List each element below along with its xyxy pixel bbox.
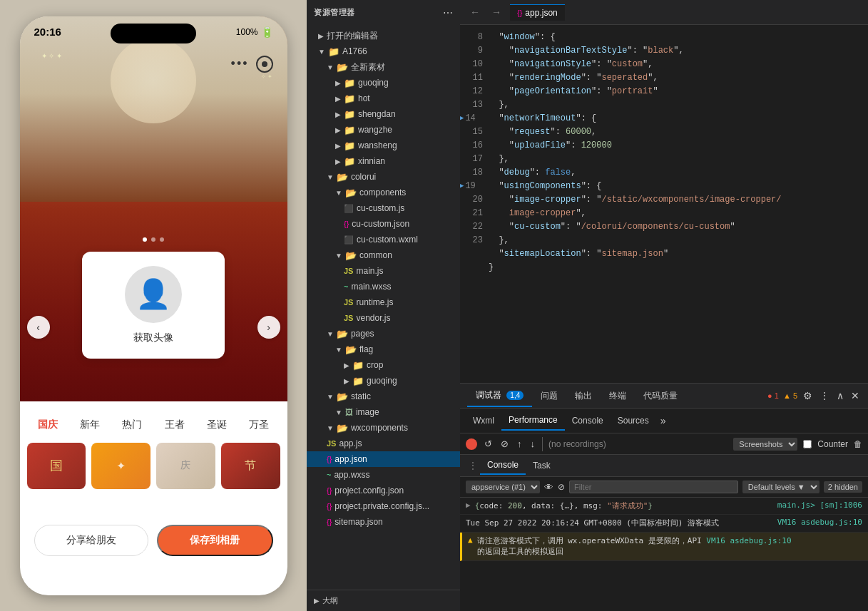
cat-tab-hot[interactable]: 热门	[121, 416, 143, 434]
settings-icon[interactable]: ⚙	[802, 389, 814, 403]
folder-guoqing[interactable]: ▶ 📁 guoqing	[307, 75, 460, 91]
expand-icon[interactable]: ▶	[466, 500, 471, 510]
thumb-1[interactable]: 国	[27, 443, 86, 489]
folder-xinnian[interactable]: ▶ 📁 xinnian	[307, 153, 460, 169]
folder-static[interactable]: ▼ 📂 static	[307, 389, 460, 404]
file-cu-custom-json[interactable]: {} cu-custom.json	[307, 216, 460, 232]
cat-tab-wangzhe[interactable]: 王者	[163, 416, 186, 434]
file-sitemap[interactable]: {} sitemap.json	[307, 514, 460, 530]
more-options-icon[interactable]: ⋯	[443, 7, 453, 19]
upload-icon[interactable]: ↑	[516, 437, 524, 451]
cat-tab-wansheng[interactable]: 万圣	[247, 416, 270, 434]
folder-crop[interactable]: ▶ 📁 crop	[307, 357, 460, 373]
more-tabs-icon[interactable]: »	[659, 414, 668, 428]
forward-button[interactable]: →	[489, 5, 504, 19]
file-main-js[interactable]: JS main.js	[307, 263, 460, 279]
tab-issues[interactable]: 问题	[532, 386, 566, 406]
root-folder-icon: 📁	[328, 46, 339, 57]
counter-checkbox[interactable]	[803, 440, 812, 448]
back-button[interactable]: ←	[467, 5, 483, 19]
folder-shengdan[interactable]: ▶ 📁 shengdan	[307, 106, 460, 122]
folder-image[interactable]: ▼ 🖼 image	[307, 404, 460, 420]
folder-flag[interactable]: ▼ 📂 flag	[307, 342, 460, 357]
share-button[interactable]: 分享给朋友	[34, 525, 149, 556]
folder-pages[interactable]: ▼ 📂 pages	[307, 326, 460, 342]
folder-components[interactable]: ▼ 📂 components	[307, 185, 460, 200]
level-select[interactable]: Default levels ▼	[742, 481, 820, 493]
file-app-wxss[interactable]: ~ app.wxss	[307, 467, 460, 483]
record-icon[interactable]	[256, 56, 273, 73]
subtab-wxml[interactable]: Wxml	[466, 411, 501, 430]
file-project-config[interactable]: {} project.config.json	[307, 483, 460, 498]
file-app-js[interactable]: JS app.js	[307, 436, 460, 451]
root-folder[interactable]: ▼ 📁 A1766	[307, 43, 460, 59]
devtools-tabs: 调试器 1,4 问题 输出 终端 代码质量 ● 1 ▲ 5 ⚙ ⋮ ∧	[460, 384, 868, 409]
file-tab-app-json[interactable]: {} app.json	[510, 4, 565, 21]
refresh-icon[interactable]: ↺	[483, 437, 494, 451]
folder-wxcomponents[interactable]: ▼ 📂 wxcomponents	[307, 420, 460, 436]
cat-tab-shengdan[interactable]: 圣诞	[205, 416, 228, 434]
json-icon: {}	[327, 518, 332, 526]
file-vendor-js[interactable]: JS vendor.js	[307, 310, 460, 326]
file-cu-custom-js[interactable]: ⬛ cu-custom.js	[307, 200, 460, 216]
source-link-warn[interactable]: VM16 asdebug.js:10	[706, 536, 791, 545]
outline-label: 大纲	[322, 595, 338, 606]
ctab-console[interactable]: Console	[480, 456, 526, 475]
file-app-json[interactable]: {} app.json	[307, 451, 460, 467]
cat-tab-guoqing[interactable]: 国庆	[36, 416, 59, 434]
console-menu-icon[interactable]: ⋮	[466, 461, 480, 471]
file-runtime-js[interactable]: JS runtime.js	[307, 294, 460, 310]
close-icon[interactable]: ✕	[849, 389, 861, 403]
thumb-3[interactable]: 庆	[156, 443, 215, 489]
tab-debugger[interactable]: 调试器 1,4	[467, 385, 532, 407]
eye-icon[interactable]: 👁	[544, 482, 553, 493]
folder-common[interactable]: ▼ 📂 common	[307, 247, 460, 263]
more-icon[interactable]: ⋮	[818, 389, 831, 403]
carousel-right-arrow[interactable]: ›	[257, 316, 280, 339]
folder-name: flag	[359, 344, 373, 354]
console-filter-input[interactable]	[569, 481, 738, 493]
chevron-icon: ▶	[344, 377, 349, 385]
collapse-icon[interactable]: ∧	[835, 389, 845, 403]
download-icon[interactable]: ↓	[529, 437, 537, 451]
ctab-task[interactable]: Task	[526, 457, 558, 474]
thumb-2[interactable]: ✦	[91, 443, 150, 489]
cat-tab-xinnian[interactable]: 新年	[78, 416, 101, 434]
tab-quality[interactable]: 代码质量	[635, 386, 686, 406]
file-type-icon: ⬛	[344, 204, 354, 213]
dot-1	[143, 237, 147, 242]
kebab-menu-icon[interactable]: •••	[231, 56, 249, 71]
folder-colorui[interactable]: ▼ 📂 colorui	[307, 169, 460, 185]
console-area: ▶ {code: 200, data: {…}, msg: "请求成功"} ma…	[460, 498, 868, 611]
outline-section[interactable]: ▶ 大纲	[307, 590, 460, 611]
open-editors-section[interactable]: ▶ 打开的编辑器	[307, 28, 460, 43]
subtab-console[interactable]: Console	[565, 411, 611, 430]
file-name: app.wxss	[334, 470, 369, 480]
clear-icon[interactable]: ⊘	[499, 437, 510, 451]
console-toolbar: appservice (#1) 👁 ⊘ Default levels ▼ 2 h…	[460, 476, 868, 498]
file-project-private[interactable]: {} project.private.config.js...	[307, 498, 460, 514]
folder-quanxin[interactable]: ▼ 📂 全新素材	[307, 59, 460, 75]
tab-terminal[interactable]: 终端	[601, 386, 635, 406]
folder-wangzhe[interactable]: ▶ 📁 wangzhe	[307, 122, 460, 138]
file-main-wxss[interactable]: ~ main.wxss	[307, 279, 460, 294]
ctab-label: Task	[533, 461, 551, 471]
folder-guoqing2[interactable]: ▶ 📁 guoqing	[307, 373, 460, 389]
phone-panel: 20:16 100% 🔋 ✦ ✧ ✦ ✧ ✦ •••	[0, 0, 307, 611]
folder-wansheng[interactable]: ▶ 📁 wansheng	[307, 138, 460, 153]
appservice-select[interactable]: appservice (#1)	[466, 481, 540, 493]
record-button[interactable]	[466, 438, 477, 450]
counter-delete-icon[interactable]: 🗑	[854, 439, 862, 449]
source-link-2[interactable]: VM16 asdebug.js:10	[777, 518, 862, 527]
source-link[interactable]: main.js> [sm]:1006	[777, 500, 862, 510]
subtab-sources[interactable]: Sources	[611, 411, 656, 430]
file-cu-custom-wxml[interactable]: ⬛ cu-custom.wxml	[307, 232, 460, 247]
phone-top-controls[interactable]: •••	[231, 56, 273, 73]
thumb-4[interactable]: 节	[221, 443, 280, 489]
carousel-left-arrow[interactable]: ‹	[27, 316, 50, 339]
folder-hot[interactable]: ▶ 📁 hot	[307, 91, 460, 106]
tab-output[interactable]: 输出	[566, 386, 601, 406]
save-album-button[interactable]: 保存到相册	[157, 525, 273, 556]
screenshot-select[interactable]: Screenshots	[733, 438, 797, 451]
subtab-performance[interactable]: Performance	[501, 411, 565, 431]
